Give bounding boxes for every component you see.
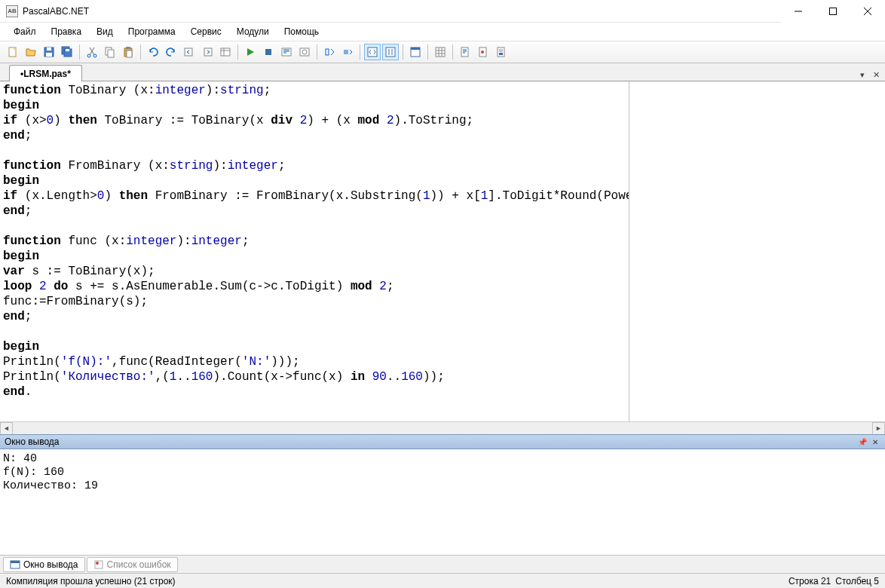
output-title: Окно вывода bbox=[5, 436, 60, 447]
svg-rect-15 bbox=[185, 48, 192, 56]
svg-rect-3 bbox=[47, 47, 51, 51]
scroll-left-icon[interactable]: ◄ bbox=[0, 422, 13, 435]
file-tab[interactable]: •LRSM.pas* bbox=[9, 65, 82, 81]
menu-view[interactable]: Вид bbox=[89, 24, 121, 39]
view1-icon[interactable] bbox=[364, 44, 381, 60]
svg-rect-17 bbox=[221, 48, 230, 56]
svg-rect-7 bbox=[66, 49, 69, 51]
tab-bar: •LRSM.pas* ▾ ✕ bbox=[0, 63, 885, 81]
svg-rect-35 bbox=[95, 561, 103, 568]
doc3-icon[interactable] bbox=[493, 44, 510, 60]
output-header: Окно вывода 📌 ✕ bbox=[0, 434, 885, 449]
app-icon: AB bbox=[6, 5, 18, 17]
svg-rect-0 bbox=[830, 8, 837, 14]
code-area[interactable]: function ToBinary (x:integer):string; be… bbox=[0, 81, 629, 421]
svg-rect-13 bbox=[126, 47, 130, 49]
menu-file[interactable]: Файл bbox=[6, 24, 44, 39]
close-panel-icon[interactable]: ✕ bbox=[870, 436, 880, 447]
open-file-icon[interactable] bbox=[23, 44, 39, 60]
tab-menu-icon[interactable]: ▾ bbox=[856, 69, 868, 81]
svg-rect-16 bbox=[204, 48, 212, 56]
svg-rect-18 bbox=[265, 49, 271, 55]
svg-rect-27 bbox=[436, 47, 445, 57]
svg-rect-4 bbox=[46, 53, 52, 57]
window-controls bbox=[781, 0, 885, 23]
svg-rect-24 bbox=[386, 47, 395, 57]
properties-icon[interactable] bbox=[217, 44, 234, 60]
doc2-icon[interactable] bbox=[475, 44, 491, 60]
copy-icon[interactable] bbox=[102, 44, 118, 60]
svg-rect-28 bbox=[461, 47, 468, 57]
svg-rect-22 bbox=[326, 49, 329, 55]
redo-icon[interactable] bbox=[163, 44, 179, 60]
nav-fwd-icon[interactable] bbox=[199, 44, 216, 60]
close-button[interactable] bbox=[850, 0, 885, 23]
horizontal-scrollbar[interactable]: ◄ ► bbox=[0, 421, 885, 434]
menu-bar: Файл Правка Вид Программа Сервис Модули … bbox=[0, 23, 885, 41]
svg-point-30 bbox=[481, 51, 484, 54]
tab-output[interactable]: Окно вывода bbox=[3, 557, 85, 572]
run-icon[interactable] bbox=[242, 44, 259, 60]
status-message: Компиляция прошла успешно (21 строк) bbox=[6, 576, 176, 586]
undo-icon[interactable] bbox=[145, 44, 161, 60]
status-bar: Компиляция прошла успешно (21 строк) Стр… bbox=[0, 573, 885, 588]
status-line: Строка 21 bbox=[789, 576, 831, 586]
svg-point-36 bbox=[96, 562, 99, 565]
output-icon bbox=[10, 559, 20, 570]
doc1-icon[interactable] bbox=[457, 44, 473, 60]
svg-point-9 bbox=[93, 54, 96, 57]
step-into-icon[interactable] bbox=[321, 44, 338, 60]
pin-icon[interactable]: 📌 bbox=[857, 436, 868, 447]
stop-icon[interactable] bbox=[260, 44, 277, 60]
toolbar bbox=[0, 41, 885, 63]
tab-close-icon[interactable]: ✕ bbox=[870, 69, 882, 81]
bottom-tabs: Окно вывода Список ошибок bbox=[0, 555, 885, 573]
build-icon[interactable] bbox=[296, 44, 313, 60]
editor: function ToBinary (x:integer):string; be… bbox=[0, 81, 885, 434]
errors-icon bbox=[93, 559, 104, 570]
menu-help[interactable]: Помощь bbox=[277, 24, 326, 39]
save-icon[interactable] bbox=[41, 44, 57, 60]
step-over-icon[interactable] bbox=[339, 44, 356, 60]
form-icon[interactable] bbox=[407, 44, 424, 60]
svg-point-8 bbox=[87, 54, 90, 57]
svg-rect-34 bbox=[11, 561, 20, 563]
menu-program[interactable]: Программа bbox=[121, 24, 183, 39]
title-bar: AB PascalABC.NET bbox=[0, 0, 885, 23]
menu-edit[interactable]: Правка bbox=[44, 24, 90, 39]
svg-rect-26 bbox=[411, 47, 420, 50]
svg-rect-31 bbox=[498, 47, 504, 57]
app-title: PascalABC.NET bbox=[23, 6, 781, 17]
svg-rect-11 bbox=[108, 50, 114, 57]
nav-back-icon[interactable] bbox=[181, 44, 198, 60]
paste-icon[interactable] bbox=[120, 44, 136, 60]
grid-icon[interactable] bbox=[432, 44, 449, 60]
scroll-right-icon[interactable]: ► bbox=[872, 422, 885, 435]
view2-icon[interactable] bbox=[382, 44, 399, 60]
output-body[interactable]: N: 40 f(N): 160 Количество: 19 bbox=[0, 449, 885, 555]
cut-icon[interactable] bbox=[84, 44, 100, 60]
menu-modules[interactable]: Модули bbox=[229, 24, 277, 39]
new-file-icon[interactable] bbox=[5, 44, 21, 60]
svg-rect-32 bbox=[499, 53, 503, 55]
tab-errors[interactable]: Список ошибок bbox=[87, 557, 178, 572]
status-col: Столбец 5 bbox=[835, 576, 879, 586]
editor-right-pane bbox=[629, 81, 885, 421]
menu-service[interactable]: Сервис bbox=[183, 24, 229, 39]
svg-rect-14 bbox=[127, 51, 132, 57]
maximize-button[interactable] bbox=[816, 0, 850, 23]
save-all-icon[interactable] bbox=[59, 44, 75, 60]
minimize-button[interactable] bbox=[781, 0, 816, 23]
compile-icon[interactable] bbox=[278, 44, 295, 60]
